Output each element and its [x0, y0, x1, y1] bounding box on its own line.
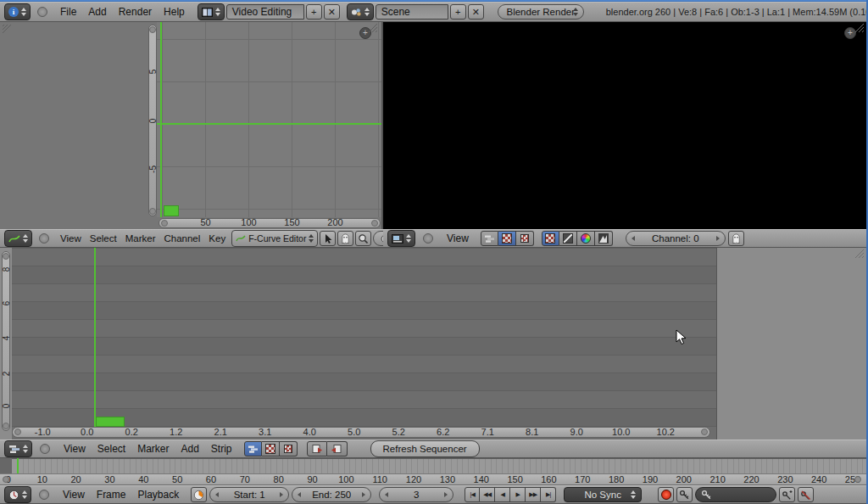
- start-frame-slider[interactable]: Start: 1: [209, 487, 289, 502]
- header-collapse-pin[interactable]: [40, 444, 50, 454]
- end-frame-slider[interactable]: End: 250: [292, 487, 371, 502]
- graph-selected-key[interactable]: [164, 205, 179, 216]
- channel-slider[interactable]: Channel: 0: [626, 231, 726, 246]
- area-corner-handle[interactable]: [368, 23, 378, 33]
- sync-mode-select[interactable]: No Sync: [564, 487, 642, 502]
- scene-icon-button[interactable]: [347, 3, 374, 20]
- keying-mode-button[interactable]: [676, 487, 693, 502]
- keying-set-field[interactable]: [695, 487, 776, 502]
- decrement-arrow-icon[interactable]: [385, 492, 388, 497]
- editor-type-button-info[interactable]: i: [4, 3, 31, 20]
- menu-item[interactable]: Add: [82, 6, 112, 18]
- increment-arrow-icon[interactable]: [444, 492, 448, 497]
- menu-item[interactable]: Help: [158, 6, 191, 18]
- image-preview-toggle[interactable]: [262, 441, 280, 456]
- increment-arrow-icon[interactable]: [362, 492, 365, 497]
- paste-strips-button[interactable]: [327, 441, 348, 456]
- delete-scene-button[interactable]: ✕: [468, 4, 484, 20]
- header-collapse-pin[interactable]: [423, 233, 433, 244]
- luma-waveform-toggle[interactable]: [559, 231, 577, 246]
- timeline-ticks-area[interactable]: [0, 458, 868, 473]
- add-scene-button[interactable]: +: [450, 4, 466, 20]
- menu-item[interactable]: Frame: [91, 489, 132, 501]
- playback-button[interactable]: ◀: [495, 487, 510, 502]
- menu-item[interactable]: Select: [92, 443, 131, 455]
- sequence-view-toggle[interactable]: [244, 441, 262, 456]
- playback-button[interactable]: ▶: [510, 487, 526, 502]
- graph-mode-select[interactable]: F-Curve Editor: [231, 230, 318, 247]
- graph-current-frame-line[interactable]: [160, 22, 162, 217]
- sequencer-area[interactable]: 86420 -1.00.00.21.22.13.14.05.05.26.27.1…: [0, 248, 868, 440]
- menu-item[interactable]: View: [56, 233, 86, 244]
- histogram-toggle[interactable]: [595, 231, 613, 246]
- increment-arrow-icon[interactable]: [716, 236, 720, 241]
- filters-button[interactable]: Filters: [373, 231, 383, 246]
- screen-layout-icon-button[interactable]: [198, 3, 225, 20]
- render-engine-select[interactable]: Blender Render: [498, 4, 584, 20]
- timeline-current-frame-line[interactable]: [17, 458, 19, 473]
- frame-number-tick: 230: [768, 473, 802, 485]
- menu-item[interactable]: Add: [175, 443, 205, 455]
- menu-item[interactable]: View: [57, 489, 91, 501]
- menu-item[interactable]: Marker: [121, 233, 160, 244]
- ruler-right-cap[interactable]: [854, 476, 861, 483]
- playback-button[interactable]: |◀: [465, 487, 480, 502]
- screen-name-field[interactable]: Video Editing: [226, 4, 304, 20]
- menu-item[interactable]: Playback: [131, 489, 185, 501]
- decrement-arrow-icon[interactable]: [632, 236, 635, 241]
- zoom-tool-button[interactable]: [355, 231, 371, 246]
- editor-type-button-sequencer[interactable]: [4, 440, 32, 457]
- sequencer-current-frame-line[interactable]: [94, 248, 96, 434]
- frame-number-tick: 120: [397, 473, 431, 485]
- preview-range-button[interactable]: [191, 487, 207, 502]
- add-screen-button[interactable]: +: [306, 4, 322, 20]
- area-corner-handle[interactable]: [854, 23, 865, 33]
- menu-item[interactable]: Strip: [205, 443, 238, 455]
- menu-item[interactable]: View: [58, 443, 92, 455]
- cursor-tool-button[interactable]: [320, 231, 336, 246]
- sequencer-preview-area[interactable]: +: [383, 22, 868, 229]
- sequencer-channels-view[interactable]: [12, 248, 717, 440]
- area-corner-handle[interactable]: [854, 249, 865, 259]
- chroma-vectorscope-toggle[interactable]: [577, 231, 595, 246]
- header-collapse-pin[interactable]: [39, 490, 49, 500]
- editor-type-button-timeline[interactable]: [4, 486, 31, 503]
- playback-button[interactable]: ▶▶: [526, 487, 541, 502]
- delete-screen-button[interactable]: ✕: [324, 4, 340, 20]
- menu-item[interactable]: File: [54, 6, 82, 18]
- delete-keyframe-button[interactable]: [798, 487, 814, 502]
- menu-item[interactable]: View: [441, 232, 475, 244]
- ghost-curves-button[interactable]: [337, 231, 353, 246]
- menu-item[interactable]: Render: [113, 6, 158, 18]
- image-preview-toggle[interactable]: [498, 231, 516, 246]
- increment-arrow-icon[interactable]: [280, 492, 283, 497]
- auto-keyframe-button[interactable]: [658, 487, 674, 502]
- sequence-and-preview-toggle[interactable]: [516, 231, 534, 246]
- ruler-left-cap[interactable]: [3, 476, 9, 483]
- playback-button[interactable]: ◀◀: [480, 487, 495, 502]
- sync-mode-value: No Sync: [584, 490, 620, 500]
- copy-strips-button[interactable]: [307, 441, 327, 456]
- area-corner-handle[interactable]: [2, 24, 12, 34]
- editor-type-button-preview[interactable]: [387, 230, 415, 247]
- ghost-frames-button[interactable]: [728, 231, 744, 246]
- header-collapse-pin[interactable]: [37, 7, 47, 17]
- header-collapse-pin[interactable]: [39, 233, 49, 244]
- refresh-sequencer-button[interactable]: Refresh Sequencer: [370, 440, 480, 457]
- menu-item[interactable]: Channel: [159, 233, 204, 244]
- decrement-arrow-icon[interactable]: [215, 492, 219, 497]
- sequence-and-preview-toggle[interactable]: [280, 441, 298, 456]
- scene-name-field[interactable]: Scene: [376, 4, 448, 20]
- editor-type-button-graph[interactable]: [4, 230, 32, 247]
- insert-keyframe-button[interactable]: [779, 487, 795, 502]
- graph-view[interactable]: [157, 22, 381, 217]
- menu-item[interactable]: Key: [204, 233, 230, 244]
- playback-button[interactable]: ▶|: [541, 487, 556, 502]
- current-frame-slider[interactable]: 3: [379, 487, 453, 502]
- menu-item[interactable]: Select: [86, 233, 121, 244]
- image-channel-toggle[interactable]: [542, 231, 559, 246]
- menu-item[interactable]: Marker: [131, 443, 175, 455]
- decrement-arrow-icon[interactable]: [298, 492, 301, 497]
- graph-editor-area[interactable]: + 50-5 50100150200: [0, 22, 383, 229]
- sequence-view-toggle[interactable]: [481, 231, 498, 246]
